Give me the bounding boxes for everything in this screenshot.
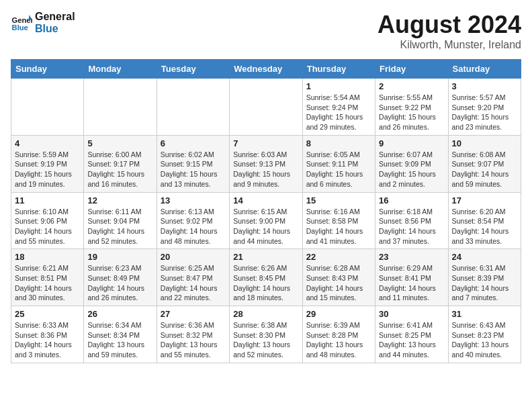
calendar-table: SundayMondayTuesdayWednesdayThursdayFrid… xyxy=(11,59,521,363)
calendar-cell: 10Sunrise: 6:08 AM Sunset: 9:07 PM Dayli… xyxy=(448,135,521,192)
calendar-week-row: 11Sunrise: 6:10 AM Sunset: 9:06 PM Dayli… xyxy=(11,192,521,249)
calendar-cell: 21Sunrise: 6:26 AM Sunset: 8:45 PM Dayli… xyxy=(230,249,302,306)
day-number: 25 xyxy=(15,309,80,319)
calendar-cell: 16Sunrise: 6:18 AM Sunset: 8:56 PM Dayli… xyxy=(375,192,448,249)
day-info: Sunrise: 6:33 AM Sunset: 8:36 PM Dayligh… xyxy=(15,320,80,360)
day-info: Sunrise: 6:05 AM Sunset: 9:11 PM Dayligh… xyxy=(306,150,371,189)
calendar-cell: 9Sunrise: 6:07 AM Sunset: 9:09 PM Daylig… xyxy=(375,135,448,192)
day-number: 8 xyxy=(306,138,371,148)
day-info: Sunrise: 6:11 AM Sunset: 9:04 PM Dayligh… xyxy=(87,207,152,246)
location: Kilworth, Munster, Ireland xyxy=(378,39,521,51)
day-number: 1 xyxy=(306,81,371,91)
calendar-cell: 7Sunrise: 6:03 AM Sunset: 9:13 PM Daylig… xyxy=(230,135,302,192)
day-info: Sunrise: 6:18 AM Sunset: 8:56 PM Dayligh… xyxy=(379,207,444,246)
calendar-cell: 18Sunrise: 6:21 AM Sunset: 8:51 PM Dayli… xyxy=(11,249,84,306)
day-info: Sunrise: 5:57 AM Sunset: 9:20 PM Dayligh… xyxy=(452,93,517,132)
day-number: 24 xyxy=(452,252,517,262)
day-number: 18 xyxy=(15,252,80,262)
col-header-saturday: Saturday xyxy=(448,60,521,79)
day-info: Sunrise: 6:03 AM Sunset: 9:13 PM Dayligh… xyxy=(233,150,298,189)
day-number: 10 xyxy=(452,138,517,148)
day-info: Sunrise: 6:08 AM Sunset: 9:07 PM Dayligh… xyxy=(452,150,517,189)
col-header-thursday: Thursday xyxy=(302,60,375,79)
calendar-cell: 31Sunrise: 6:43 AM Sunset: 8:23 PM Dayli… xyxy=(448,306,521,363)
day-info: Sunrise: 6:15 AM Sunset: 9:00 PM Dayligh… xyxy=(233,207,298,246)
day-number: 23 xyxy=(379,252,444,262)
day-info: Sunrise: 6:10 AM Sunset: 9:06 PM Dayligh… xyxy=(15,207,80,246)
day-info: Sunrise: 5:54 AM Sunset: 9:24 PM Dayligh… xyxy=(306,93,371,132)
calendar-cell: 23Sunrise: 6:29 AM Sunset: 8:41 PM Dayli… xyxy=(375,249,448,306)
calendar-cell: 2Sunrise: 5:55 AM Sunset: 9:22 PM Daylig… xyxy=(375,79,448,136)
day-number: 6 xyxy=(161,138,226,148)
day-info: Sunrise: 6:21 AM Sunset: 8:51 PM Dayligh… xyxy=(15,263,80,303)
day-number: 3 xyxy=(452,81,517,91)
day-number: 22 xyxy=(306,252,371,262)
col-header-wednesday: Wednesday xyxy=(230,60,302,79)
col-header-sunday: Sunday xyxy=(11,60,84,79)
calendar-cell: 20Sunrise: 6:25 AM Sunset: 8:47 PM Dayli… xyxy=(157,249,229,306)
calendar-cell: 14Sunrise: 6:15 AM Sunset: 9:00 PM Dayli… xyxy=(230,192,302,249)
day-number: 16 xyxy=(379,195,444,205)
day-info: Sunrise: 6:36 AM Sunset: 8:32 PM Dayligh… xyxy=(161,320,226,360)
day-info: Sunrise: 5:59 AM Sunset: 9:19 PM Dayligh… xyxy=(15,150,80,189)
day-info: Sunrise: 6:23 AM Sunset: 8:49 PM Dayligh… xyxy=(87,263,152,303)
day-number: 12 xyxy=(87,195,152,205)
day-info: Sunrise: 6:29 AM Sunset: 8:41 PM Dayligh… xyxy=(379,263,444,303)
day-number: 15 xyxy=(306,195,371,205)
calendar-cell xyxy=(84,79,157,136)
calendar-cell: 1Sunrise: 5:54 AM Sunset: 9:24 PM Daylig… xyxy=(302,79,375,136)
day-number: 28 xyxy=(233,309,298,319)
calendar-cell: 30Sunrise: 6:41 AM Sunset: 8:25 PM Dayli… xyxy=(375,306,448,363)
logo-general: General xyxy=(35,11,75,23)
calendar-cell: 29Sunrise: 6:39 AM Sunset: 8:28 PM Dayli… xyxy=(302,306,375,363)
day-number: 29 xyxy=(306,309,371,319)
day-number: 7 xyxy=(233,138,298,148)
day-number: 11 xyxy=(15,195,80,205)
day-number: 14 xyxy=(233,195,298,205)
calendar-cell xyxy=(11,79,84,136)
calendar-cell: 12Sunrise: 6:11 AM Sunset: 9:04 PM Dayli… xyxy=(84,192,157,249)
calendar-cell xyxy=(230,79,302,136)
logo-icon: General Blue xyxy=(11,12,32,34)
day-number: 4 xyxy=(15,138,80,148)
calendar-cell: 4Sunrise: 5:59 AM Sunset: 9:19 PM Daylig… xyxy=(11,135,84,192)
day-number: 26 xyxy=(87,309,152,319)
day-number: 9 xyxy=(379,138,444,148)
day-info: Sunrise: 6:16 AM Sunset: 8:58 PM Dayligh… xyxy=(306,207,371,246)
calendar-cell: 27Sunrise: 6:36 AM Sunset: 8:32 PM Dayli… xyxy=(157,306,229,363)
calendar-header-row: SundayMondayTuesdayWednesdayThursdayFrid… xyxy=(11,60,521,79)
day-number: 27 xyxy=(161,309,226,319)
day-number: 21 xyxy=(233,252,298,262)
day-info: Sunrise: 6:39 AM Sunset: 8:28 PM Dayligh… xyxy=(306,320,371,360)
page-header: General Blue General Blue August 2024 Ki… xyxy=(11,11,521,51)
day-number: 31 xyxy=(452,309,517,319)
day-info: Sunrise: 6:00 AM Sunset: 9:17 PM Dayligh… xyxy=(87,150,152,189)
calendar-week-row: 4Sunrise: 5:59 AM Sunset: 9:19 PM Daylig… xyxy=(11,135,521,192)
calendar-cell xyxy=(157,79,229,136)
calendar-cell: 3Sunrise: 5:57 AM Sunset: 9:20 PM Daylig… xyxy=(448,79,521,136)
calendar-week-row: 1Sunrise: 5:54 AM Sunset: 9:24 PM Daylig… xyxy=(11,79,521,136)
day-info: Sunrise: 6:31 AM Sunset: 8:39 PM Dayligh… xyxy=(452,263,517,303)
calendar-cell: 26Sunrise: 6:34 AM Sunset: 8:34 PM Dayli… xyxy=(84,306,157,363)
calendar-cell: 17Sunrise: 6:20 AM Sunset: 8:54 PM Dayli… xyxy=(448,192,521,249)
day-number: 2 xyxy=(379,81,444,91)
calendar-week-row: 18Sunrise: 6:21 AM Sunset: 8:51 PM Dayli… xyxy=(11,249,521,306)
month-year: August 2024 xyxy=(378,11,521,39)
day-info: Sunrise: 6:41 AM Sunset: 8:25 PM Dayligh… xyxy=(379,320,444,360)
title-area: August 2024 Kilworth, Munster, Ireland xyxy=(378,11,521,51)
col-header-tuesday: Tuesday xyxy=(157,60,229,79)
col-header-monday: Monday xyxy=(84,60,157,79)
day-number: 19 xyxy=(87,252,152,262)
calendar-cell: 6Sunrise: 6:02 AM Sunset: 9:15 PM Daylig… xyxy=(157,135,229,192)
day-info: Sunrise: 6:26 AM Sunset: 8:45 PM Dayligh… xyxy=(233,263,298,303)
day-info: Sunrise: 6:07 AM Sunset: 9:09 PM Dayligh… xyxy=(379,150,444,189)
logo-blue: Blue xyxy=(35,23,75,35)
day-info: Sunrise: 6:28 AM Sunset: 8:43 PM Dayligh… xyxy=(306,263,371,303)
calendar-cell: 24Sunrise: 6:31 AM Sunset: 8:39 PM Dayli… xyxy=(448,249,521,306)
day-info: Sunrise: 6:13 AM Sunset: 9:02 PM Dayligh… xyxy=(161,207,226,246)
day-info: Sunrise: 6:25 AM Sunset: 8:47 PM Dayligh… xyxy=(161,263,226,303)
day-info: Sunrise: 6:02 AM Sunset: 9:15 PM Dayligh… xyxy=(161,150,226,189)
calendar-cell: 8Sunrise: 6:05 AM Sunset: 9:11 PM Daylig… xyxy=(302,135,375,192)
calendar-week-row: 25Sunrise: 6:33 AM Sunset: 8:36 PM Dayli… xyxy=(11,306,521,363)
day-number: 30 xyxy=(379,309,444,319)
